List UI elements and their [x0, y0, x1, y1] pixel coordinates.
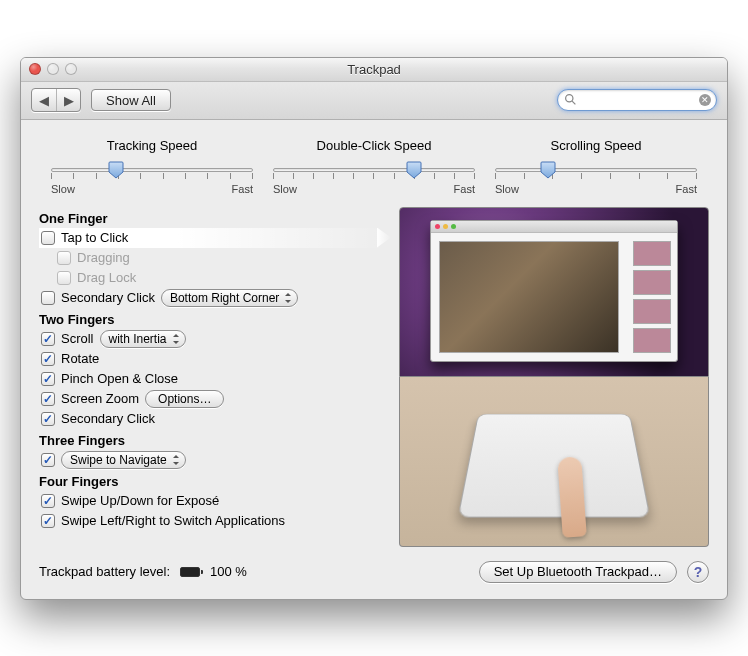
chevron-left-icon: ◀ — [39, 93, 49, 108]
slider-high-label: Fast — [454, 183, 475, 195]
battery-icon — [180, 567, 200, 577]
slider-label: Double-Click Speed — [317, 138, 432, 153]
slider-high-label: Fast — [676, 183, 697, 195]
preferences-window: Trackpad ◀ ▶ Show All ✕ Tracking Speed — [20, 57, 728, 600]
minimize-icon[interactable] — [47, 63, 59, 75]
back-button[interactable]: ◀ — [32, 89, 56, 111]
slider-track[interactable] — [273, 161, 475, 179]
slider-low-label: Slow — [495, 183, 519, 195]
option-label: Pinch Open & Close — [61, 371, 178, 386]
switch-apps-row[interactable]: Swipe Left/Right to Switch Applications — [39, 511, 385, 531]
preview-trackpad — [399, 377, 709, 547]
option-label: Secondary Click — [61, 290, 155, 305]
slider-low-label: Slow — [273, 183, 297, 195]
checkbox-icon[interactable] — [41, 494, 55, 508]
preview-thumbnails — [633, 241, 671, 353]
two-finger-secondary-row[interactable]: Secondary Click — [39, 409, 385, 429]
checkbox-icon[interactable] — [41, 231, 55, 245]
slider-high-label: Fast — [232, 183, 253, 195]
scrolling-speed-slider: Scrolling Speed Slow Fast — [495, 138, 697, 195]
tracking-speed-slider: Tracking Speed Slow Fast — [51, 138, 253, 195]
clear-search-icon[interactable]: ✕ — [699, 94, 711, 106]
screen-zoom-row[interactable]: Screen Zoom Options… — [39, 389, 385, 409]
expose-row[interactable]: Swipe Up/Down for Exposé — [39, 491, 385, 511]
screen-zoom-options-button[interactable]: Options… — [145, 390, 224, 408]
help-button[interactable]: ? — [687, 561, 709, 583]
option-label: Screen Zoom — [61, 391, 139, 406]
toolbar: ◀ ▶ Show All ✕ — [21, 82, 727, 120]
svg-line-1 — [572, 101, 575, 104]
gesture-options: One Finger Tap to Click Dragging Drag Lo… — [39, 207, 385, 547]
swipe-navigate-popup[interactable]: Swipe to Navigate — [61, 451, 186, 469]
checkbox-icon[interactable] — [41, 412, 55, 426]
search-icon — [564, 93, 577, 106]
nav-group: ◀ ▶ — [31, 88, 81, 112]
checkbox-icon[interactable] — [41, 332, 55, 346]
slider-track[interactable] — [495, 161, 697, 179]
trackpad-icon — [457, 413, 650, 517]
secondary-click-row[interactable]: Secondary Click Bottom Right Corner — [39, 288, 385, 308]
search-input[interactable] — [557, 89, 717, 111]
setup-bluetooth-button[interactable]: Set Up Bluetooth Trackpad… — [479, 561, 677, 583]
option-label: Swipe Left/Right to Switch Applications — [61, 513, 285, 528]
option-label: Tap to Click — [61, 230, 128, 245]
checkbox-icon[interactable] — [41, 291, 55, 305]
preview-app-window — [430, 220, 678, 362]
option-label: Secondary Click — [61, 411, 155, 426]
scroll-row[interactable]: Scroll with Inertia — [39, 329, 385, 349]
four-fingers-heading: Four Fingers — [39, 474, 385, 489]
chevron-right-icon: ▶ — [64, 93, 74, 108]
option-label: Drag Lock — [77, 270, 136, 285]
window-controls — [29, 63, 77, 75]
checkbox-icon[interactable] — [41, 453, 55, 467]
doubleclick-speed-slider: Double-Click Speed Slow Fast — [273, 138, 475, 195]
window-title: Trackpad — [347, 62, 401, 77]
checkbox-icon[interactable] — [41, 514, 55, 528]
scroll-popup[interactable]: with Inertia — [100, 330, 186, 348]
gesture-preview — [399, 207, 709, 547]
footer: Trackpad battery level: 100 % Set Up Blu… — [21, 561, 727, 599]
battery-value: 100 % — [210, 564, 247, 579]
one-finger-heading: One Finger — [39, 211, 385, 226]
preview-photo — [439, 241, 619, 353]
tap-to-click-row[interactable]: Tap to Click — [39, 228, 385, 248]
pinch-row[interactable]: Pinch Open & Close — [39, 369, 385, 389]
slider-track[interactable] — [51, 161, 253, 179]
forward-button[interactable]: ▶ — [56, 89, 80, 111]
sliders-row: Tracking Speed Slow Fast Double-Click Sp… — [21, 120, 727, 203]
three-fingers-heading: Three Fingers — [39, 433, 385, 448]
option-label: Rotate — [61, 351, 99, 366]
close-icon[interactable] — [29, 63, 41, 75]
search-field-wrap: ✕ — [557, 89, 717, 111]
checkbox-icon[interactable] — [41, 372, 55, 386]
titlebar: Trackpad — [21, 58, 727, 82]
slider-label: Scrolling Speed — [550, 138, 641, 153]
show-all-button[interactable]: Show All — [91, 89, 171, 111]
swipe-navigate-row[interactable]: Swipe to Navigate — [39, 450, 385, 470]
two-fingers-heading: Two Fingers — [39, 312, 385, 327]
checkbox-icon — [57, 271, 71, 285]
slider-low-label: Slow — [51, 183, 75, 195]
svg-point-0 — [566, 95, 573, 102]
option-label: Dragging — [77, 250, 130, 265]
slider-label: Tracking Speed — [107, 138, 198, 153]
checkbox-icon[interactable] — [41, 352, 55, 366]
dragging-row: Dragging — [39, 248, 385, 268]
drag-lock-row: Drag Lock — [39, 268, 385, 288]
option-label: Scroll — [61, 331, 94, 346]
main-content: One Finger Tap to Click Dragging Drag Lo… — [21, 203, 727, 561]
secondary-click-popup[interactable]: Bottom Right Corner — [161, 289, 298, 307]
battery-label: Trackpad battery level: — [39, 564, 170, 579]
preview-screen — [399, 207, 709, 377]
checkbox-icon[interactable] — [41, 392, 55, 406]
option-label: Swipe Up/Down for Exposé — [61, 493, 219, 508]
rotate-row[interactable]: Rotate — [39, 349, 385, 369]
zoom-icon[interactable] — [65, 63, 77, 75]
checkbox-icon — [57, 251, 71, 265]
